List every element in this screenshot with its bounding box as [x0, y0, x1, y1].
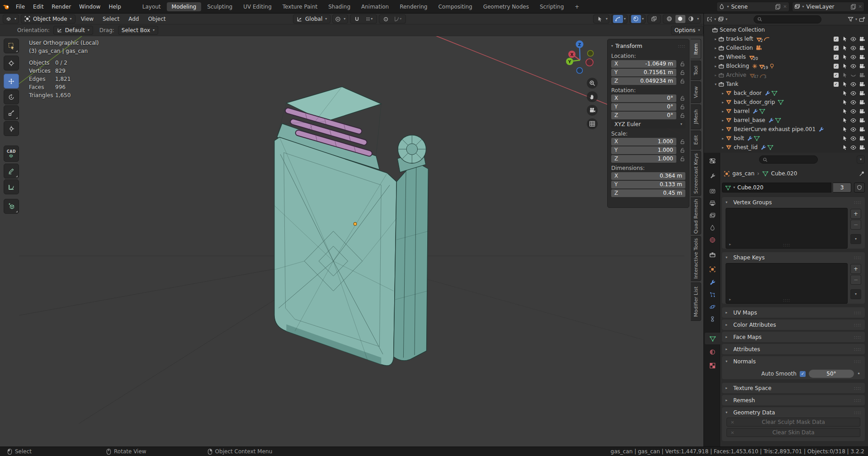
outliner-row-wheels[interactable]: ▸ Wheels 20 ✓ — [704, 52, 868, 61]
panel-grip-icon[interactable]: :::: — [678, 44, 685, 48]
list-expand-icon[interactable]: ▸ — [729, 297, 731, 301]
datablock-name-field[interactable]: ▾ Cube.020 — [722, 183, 831, 193]
hide-eye-closed-icon[interactable] — [849, 71, 857, 80]
rotation-mode-dropdown[interactable]: XYZ Euler ▾ — [611, 120, 685, 128]
menu-window[interactable]: Window — [75, 2, 104, 12]
lock-icon[interactable] — [676, 70, 685, 75]
render-visibility-icon[interactable] — [858, 134, 866, 143]
outliner-row-collection[interactable]: ▸ Collection ✓ — [704, 43, 868, 52]
outliner-row-back-door[interactable]: ▸ back_door — [704, 89, 868, 98]
expand-icon[interactable]: ▸ — [720, 136, 726, 141]
show-overlays-toggle[interactable] — [631, 15, 641, 23]
show-gizmo-toggle[interactable] — [613, 15, 623, 23]
render-visibility-icon[interactable] — [858, 61, 866, 71]
panel-grip-icon[interactable]: :::: — [854, 200, 861, 205]
menu-select[interactable]: Select — [99, 16, 123, 22]
panel-grip-icon[interactable]: :::: — [854, 359, 861, 364]
dimensions-x-field[interactable]: X0.364 m — [611, 172, 685, 180]
lock-icon[interactable] — [676, 95, 685, 101]
scene-selector[interactable]: ▾ Scene ✕ — [717, 2, 789, 12]
lock-icon[interactable] — [676, 78, 685, 84]
menu-edit[interactable]: Edit — [29, 2, 47, 12]
properties-tab-world[interactable] — [705, 234, 720, 246]
selectable-icon[interactable] — [841, 71, 849, 80]
properties-options-button[interactable]: ▾ — [857, 155, 865, 164]
hide-eye-icon[interactable] — [849, 34, 857, 43]
hide-eye-icon[interactable] — [849, 125, 857, 134]
expand-icon[interactable]: ▸ — [713, 64, 718, 68]
rotation-y-field[interactable]: Y0° — [611, 103, 676, 111]
selectable-icon[interactable] — [841, 80, 849, 89]
tool-orientation-dropdown[interactable]: Default ▾ — [53, 26, 93, 35]
pin-icon[interactable] — [859, 170, 865, 177]
list-grip-icon[interactable]: :::: — [783, 243, 790, 247]
lock-icon[interactable] — [676, 147, 685, 153]
outliner-row-barrel[interactable]: ▸ barrel — [704, 107, 868, 116]
outliner-row-back-door-grip[interactable]: ▸ back_door_grip — [704, 98, 868, 107]
panel-header[interactable]: ▾ Shape Keys :::: — [722, 252, 865, 263]
outliner-id-filter-icon[interactable] — [718, 16, 724, 22]
selectable-icon[interactable] — [841, 89, 849, 98]
exclude-checkbox[interactable]: ✓ — [832, 61, 840, 71]
render-visibility-icon[interactable] — [858, 143, 866, 152]
navigation-gizmo[interactable]: Z X Y — [561, 38, 599, 77]
location-x-field[interactable]: X-1.0649 m — [611, 60, 676, 68]
properties-tab-render[interactable] — [705, 185, 720, 197]
exclude-checkbox[interactable]: ✓ — [832, 52, 840, 61]
outliner-row-chest-lid[interactable]: ▸ chest_lid — [704, 143, 868, 152]
sidebar-tab-interactive-tools[interactable]: Interactive Tools — [691, 236, 701, 281]
hide-eye-icon[interactable] — [849, 89, 857, 98]
render-disabled-icon[interactable] — [858, 71, 866, 80]
menu-render[interactable]: Render — [47, 2, 75, 12]
add-vertex-group-button[interactable]: + — [850, 209, 861, 219]
selectable-icon[interactable] — [841, 98, 849, 107]
expand-icon[interactable]: ▸ — [720, 91, 726, 95]
outliner-row-tank[interactable]: ▾ Tank ✓ — [704, 80, 868, 89]
hide-eye-icon[interactable] — [849, 107, 857, 116]
tool-add-cube[interactable] — [4, 199, 19, 214]
properties-tab-collection[interactable] — [705, 249, 720, 261]
scale-y-field[interactable]: Y1.000 — [611, 146, 676, 154]
axis-minus-y-ball[interactable] — [588, 51, 594, 56]
lock-icon[interactable] — [676, 61, 685, 67]
exclude-checkbox[interactable]: ✓ — [832, 71, 840, 80]
panel-grip-icon[interactable]: :::: — [854, 310, 861, 315]
expand-icon[interactable]: ▸ — [713, 73, 718, 77]
tool-transform[interactable] — [4, 121, 19, 136]
render-visibility-icon[interactable] — [858, 43, 866, 52]
properties-tab-texture[interactable] — [705, 360, 720, 371]
panel-header[interactable]: ▸Color Attributes:::: — [722, 320, 865, 330]
viewport-canvas[interactable] — [0, 24, 703, 447]
workspace-tab-texture-paint[interactable]: Texture Paint — [278, 2, 322, 11]
transform-orientation-selector[interactable]: Global ▾ — [293, 14, 330, 24]
menu-view[interactable]: View — [77, 16, 97, 22]
rotation-z-field[interactable]: Z0° — [611, 112, 676, 119]
outliner-row-bolt[interactable]: ▸ bolt — [704, 134, 868, 143]
hide-eye-icon[interactable] — [849, 98, 857, 107]
selectable-icon[interactable] — [841, 61, 849, 71]
expand-icon[interactable]: ▸ — [720, 118, 726, 122]
properties-search-input[interactable] — [759, 155, 818, 164]
sidebar-tab-quad-remesh[interactable]: Quad Remesh — [691, 197, 701, 235]
workspace-tab-modeling[interactable]: Modeling — [167, 2, 202, 11]
breadcrumb-object[interactable]: gas_can — [732, 170, 755, 177]
outliner-row-archive[interactable]: ▸ Archive 47 3 ✓ — [704, 71, 868, 80]
new-scene-icon[interactable] — [775, 4, 781, 9]
scale-z-field[interactable]: Z1.000 — [611, 155, 676, 163]
hide-eye-icon[interactable] — [849, 116, 857, 125]
panel-grip-icon[interactable]: :::: — [854, 347, 861, 352]
workspace-tab-compositing[interactable]: Compositing — [433, 2, 477, 11]
sidebar-tab-view[interactable]: View — [691, 81, 701, 103]
properties-tab-constraints[interactable] — [705, 313, 720, 325]
workspace-tab-animation[interactable]: Animation — [356, 2, 394, 11]
snap-target-selector[interactable]: ▾ — [363, 15, 375, 23]
render-visibility-icon[interactable] — [858, 89, 866, 98]
exclude-checkbox[interactable]: ✓ — [832, 34, 840, 43]
viewport-pan-button[interactable] — [587, 91, 598, 102]
breadcrumb-data[interactable]: Cube.020 — [771, 170, 797, 177]
lock-icon[interactable] — [676, 104, 685, 110]
view-layer-selector[interactable]: ▾ ViewLayer ✕ — [792, 2, 864, 12]
shading-material-button[interactable] — [686, 15, 696, 23]
clear-skin-data-button[interactable]: ✕ Clear Skin Data — [726, 428, 860, 437]
lock-icon[interactable] — [676, 156, 685, 162]
